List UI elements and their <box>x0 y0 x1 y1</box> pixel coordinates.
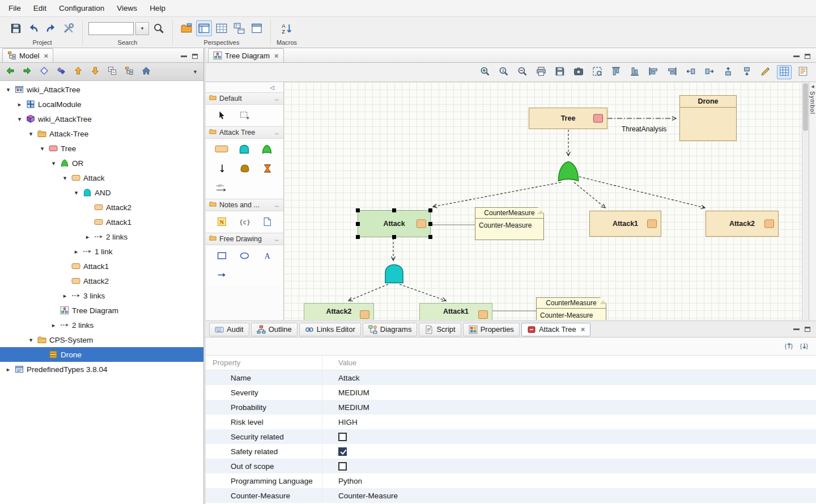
attack1-node[interactable]: Attack1 <box>589 211 661 237</box>
window-view-button[interactable] <box>249 20 265 36</box>
menu-edit[interactable]: Edit <box>27 2 53 15</box>
print-diagram-button[interactable] <box>534 65 549 79</box>
table-view-button[interactable] <box>214 20 230 36</box>
tree-item-or[interactable]: ▾OR <box>0 156 203 170</box>
marquee-tool[interactable] <box>233 108 256 122</box>
attack-node[interactable]: Attack <box>358 210 431 237</box>
undo-button[interactable] <box>26 20 41 36</box>
tab-script[interactable]: Script <box>419 323 461 336</box>
tree-caret-icon[interactable]: ▸ <box>3 366 13 373</box>
tree-item-2-links[interactable]: ▸2 links <box>0 318 203 332</box>
attack-node-tool[interactable] <box>210 142 233 156</box>
close-icon[interactable]: × <box>274 52 279 60</box>
align-left-button[interactable] <box>646 65 661 79</box>
safety-related-checkbox[interactable] <box>338 447 347 456</box>
arrow-tool[interactable] <box>210 267 233 282</box>
or-gate[interactable] <box>557 160 580 182</box>
ellipse-tool[interactable] <box>233 248 256 263</box>
timer-tool[interactable] <box>256 161 278 176</box>
minimize-icon[interactable] <box>181 55 187 57</box>
tree-item-drone[interactable]: Drone <box>0 347 203 362</box>
countermeasure-note-2[interactable]: CounterMeasure Counter-Measure <box>536 297 606 320</box>
property-value[interactable]: MEDIUM <box>338 388 369 397</box>
zoom-original-button[interactable]: 1 <box>496 65 511 79</box>
tree-caret-icon[interactable]: ▾ <box>60 174 70 182</box>
up-button[interactable] <box>71 65 85 79</box>
tree-node[interactable]: Tree <box>529 108 607 129</box>
perspective-button[interactable] <box>196 20 212 36</box>
tab-diagrams[interactable]: Diagrams <box>363 323 418 336</box>
palette-group-header[interactable]: Free Drawing↔ <box>206 233 283 245</box>
move-down-button[interactable] <box>740 65 754 79</box>
rectangle-tool[interactable] <box>210 248 233 263</box>
cursor-tool[interactable] <box>210 108 233 122</box>
model-tab[interactable]: Model × <box>2 48 53 62</box>
tree-caret-icon[interactable]: ▸ <box>15 101 24 108</box>
tab-outline[interactable]: Outline <box>251 323 298 336</box>
property-value[interactable]: Counter-Measure <box>338 492 398 500</box>
maximize-icon[interactable] <box>192 54 198 59</box>
expand-arrows-icon[interactable]: ↔ <box>274 236 280 242</box>
tree-caret-icon[interactable]: ▸ <box>60 292 70 300</box>
tree-item-2-links[interactable]: ▸2 links <box>0 229 203 244</box>
comment-tool[interactable] <box>256 214 278 229</box>
tree-caret-icon[interactable]: ▾ <box>49 160 58 167</box>
countermeasure-note[interactable]: CounterMeasure Counter-Measure <box>475 207 544 240</box>
symbol-tab[interactable]: ◀ Symbol <box>809 82 816 320</box>
minimize-icon[interactable] <box>793 328 800 330</box>
save-button[interactable] <box>8 20 24 36</box>
tree-caret-icon[interactable]: ▸ <box>83 233 92 241</box>
tree-item-cps-system[interactable]: ▾CPS-System <box>0 332 203 347</box>
tab-properties[interactable]: Properties <box>463 323 520 336</box>
text-tool[interactable]: A <box>256 248 278 263</box>
home-button[interactable] <box>139 65 153 79</box>
selection-handle[interactable] <box>356 208 360 212</box>
open-perspective-button[interactable] <box>178 20 194 36</box>
menu-file[interactable]: File <box>2 2 27 15</box>
expand-symbol-icon[interactable]: ◀ <box>811 84 814 89</box>
tree-caret-icon[interactable]: ▸ <box>71 248 81 255</box>
collapse-all-button[interactable] <box>105 65 119 79</box>
attack2-node[interactable]: Attack2 <box>706 211 779 237</box>
sequence-arrow-tool[interactable] <box>210 161 233 176</box>
expand-arrows-icon[interactable]: ↔ <box>274 129 280 136</box>
close-icon[interactable]: × <box>581 325 585 334</box>
tree-caret-icon[interactable]: ▸ <box>49 322 58 329</box>
tree-caret-icon[interactable]: ▾ <box>37 145 47 152</box>
tree-item-predefinedtypes-3-8-04[interactable]: ▸PredefinedTypes 3.8.04 <box>0 362 203 377</box>
palette-group-header[interactable]: Notes and ...↔ <box>206 199 283 211</box>
at-link-tool[interactable]: <AT> <box>210 180 233 195</box>
drone-node[interactable]: Drone <box>679 95 737 141</box>
align-bottom-button[interactable] <box>627 65 642 79</box>
move-up-button[interactable] <box>721 65 736 79</box>
tree-item-attack-tree[interactable]: ▾Attack-Tree <box>0 126 203 141</box>
forward-button[interactable] <box>20 65 34 79</box>
profile-button[interactable] <box>796 65 810 79</box>
palette-group-header[interactable]: Default↔ <box>206 92 283 105</box>
tree-item-attack2[interactable]: Attack2 <box>0 200 203 215</box>
diamond-double-button[interactable] <box>54 65 68 79</box>
selection-handle[interactable] <box>392 235 396 239</box>
search-input[interactable] <box>88 22 134 35</box>
tree-item-attack2[interactable]: Attack2 <box>0 274 203 288</box>
align-right-button[interactable] <box>665 65 679 79</box>
tree-item-and[interactable]: ▾AND <box>0 185 203 200</box>
tree-caret-icon[interactable]: ▾ <box>26 336 36 344</box>
move-right-button[interactable] <box>702 65 717 79</box>
countermeasure-tool[interactable] <box>233 161 256 176</box>
property-value[interactable]: Attack <box>338 374 360 382</box>
attack2-leaf-node[interactable]: Attack2 <box>304 303 374 320</box>
tree-item-1-link[interactable]: ▸1 link <box>0 244 203 259</box>
scrollbar-thumb[interactable] <box>803 83 808 131</box>
back-button[interactable] <box>3 65 17 79</box>
tree-diagram-tab[interactable]: Tree Diagram × <box>208 48 284 62</box>
tree-item-attack1[interactable]: Attack1 <box>0 215 203 229</box>
align-top-button[interactable] <box>609 65 623 79</box>
tree-caret-icon[interactable]: ▾ <box>71 189 81 197</box>
selection-handle[interactable] <box>428 222 432 226</box>
maximize-icon[interactable] <box>805 327 810 332</box>
property-value[interactable]: HIGH <box>338 418 358 426</box>
save-diagram-button[interactable] <box>552 65 567 79</box>
tree-item-localmodule[interactable]: ▸LocalModule <box>0 97 203 112</box>
menu-help[interactable]: Help <box>143 2 172 15</box>
